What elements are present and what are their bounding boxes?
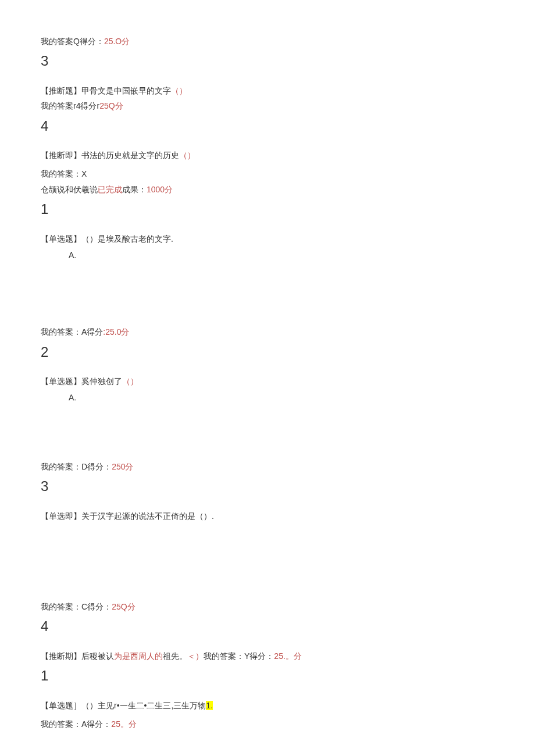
answer-score: :25.0分 bbox=[103, 327, 129, 336]
question-paren: （） bbox=[171, 86, 187, 95]
question-text: 【推断题】甲骨文是中国嵌早的文字（） bbox=[41, 84, 494, 97]
answer-score: 25Q分 bbox=[112, 602, 135, 611]
question-body-red: 为是西周人的 bbox=[114, 651, 163, 661]
question-text: 【单选题］（）主见r•一生二•二生三,三生万物1. bbox=[41, 699, 494, 712]
option-label: A. bbox=[69, 249, 494, 261]
answer-prefix: 我的答案：A得分 bbox=[41, 327, 103, 336]
answer-score: 250分 bbox=[112, 462, 133, 471]
question-body: 【推断题】甲骨文是中国嵌早的文字 bbox=[41, 86, 171, 95]
question-paren: （） bbox=[122, 377, 138, 386]
answer-prefix: 我的答案：Y得分： bbox=[204, 651, 274, 661]
answer-score: 25.O分 bbox=[104, 37, 130, 46]
answer-line: 我的答案：C得分：25Q分 bbox=[41, 600, 494, 613]
question-text: 【单选题】（）是埃及酸古老的文字. bbox=[41, 232, 494, 245]
question-text: 【单选即】关于汉字起源的说法不正倚的是（）. bbox=[41, 510, 494, 522]
question-number: 2 bbox=[41, 341, 494, 363]
answer-prefix: 我的答案Q得分： bbox=[41, 37, 104, 46]
question-body: 【单选题】奚仲独创了 bbox=[41, 377, 122, 386]
answer-score: 25Q分 bbox=[99, 101, 123, 110]
question-paren: （） bbox=[179, 151, 195, 160]
question-body: 【推断即】书法的历史就是文字的历史 bbox=[41, 151, 179, 160]
status-score: 1000分 bbox=[147, 185, 173, 194]
status-line: 仓颉说和伏羲说已完成成果：1000分 bbox=[41, 183, 494, 196]
answer-line: 我的答案：A得分：25。分 bbox=[41, 718, 494, 730]
question-paren: ＜） bbox=[187, 651, 204, 661]
question-number: 4 bbox=[41, 615, 494, 637]
answer-line: 我的答案：A得分:25.0分 bbox=[41, 325, 494, 338]
question-number: 4 bbox=[41, 115, 494, 137]
question-body-a: 【推断期】后稷被认 bbox=[41, 651, 114, 661]
question-number: 3 bbox=[41, 50, 494, 72]
status-a: 仓颉说和伏羲说 bbox=[41, 185, 98, 194]
answer-prefix: 我的答案：A得分： bbox=[41, 719, 111, 729]
status-completed: 已完成 bbox=[98, 185, 122, 194]
question-number: 3 bbox=[41, 475, 494, 497]
question-body-b: 祖先。 bbox=[163, 651, 187, 661]
question-highlight: 1. bbox=[206, 701, 213, 710]
answer-score: 25.。分 bbox=[274, 651, 301, 661]
answer-prefix: 我的答案：C得分： bbox=[41, 602, 112, 611]
answer-prefix: 我的答案r4得分r bbox=[41, 101, 99, 110]
option-label: A. bbox=[69, 391, 494, 404]
question-number: 1 bbox=[41, 198, 494, 220]
question-text: 【推断期】后稷被认为是西周人的祖先。＜）我的答案：Y得分：25.。分 bbox=[41, 650, 494, 662]
answer-score: 25。分 bbox=[111, 719, 137, 729]
question-text: 【推断即】书法的历史就是文字的历史（） bbox=[41, 149, 494, 162]
question-body: 【单选题］（）主见r•一生二•二生三,三生万物 bbox=[41, 701, 206, 710]
answer-line: 我的答案：D得分：250分 bbox=[41, 460, 494, 473]
answer-line: 我的答案：X bbox=[41, 167, 494, 180]
question-number: 1 bbox=[41, 665, 494, 687]
answer-line: 我的答案r4得分r25Q分 bbox=[41, 99, 494, 112]
answer-line: 我的答案Q得分：25.O分 bbox=[41, 35, 494, 48]
status-b: 成果： bbox=[122, 185, 147, 194]
answer-prefix: 我的答案：D得分： bbox=[41, 462, 112, 471]
question-text: 【单选题】奚仲独创了（） bbox=[41, 375, 494, 388]
